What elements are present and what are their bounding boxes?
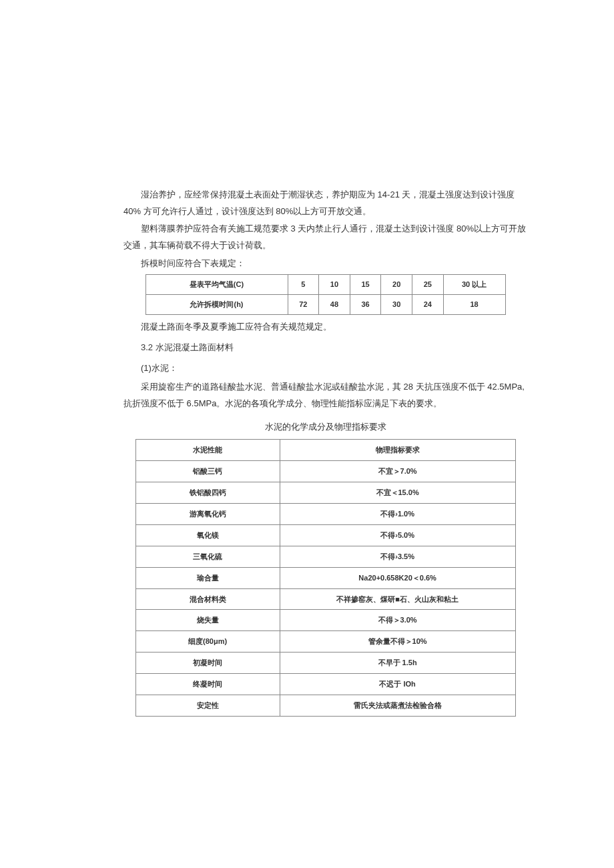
cell-req: 不祥掺窑灰、煤研■石、火山灰和粘土 [280,588,515,610]
cement-properties-table: 水泥性能 物理指标要求 铝酸三钙 不宜＞7.0% 铁铝酸四钙 不宜＜15.0% … [135,439,516,717]
cell-req: 不迟于 IOh [280,674,515,695]
cell-time-18: 18 [443,295,505,315]
cell-prop: 初凝时间 [135,653,280,674]
demold-time-table: 昼表平均气温(C) 5 10 15 20 25 30 以上 允许拆模时间(h) … [145,274,506,315]
table-row: 安定性 雷氏夹法或蒸煮法检验合格 [135,695,515,717]
cell-temp-20: 20 [381,275,412,295]
cell-time-72: 72 [288,295,319,315]
cell-prop: 铝酸三钙 [135,461,280,482]
cell-temp-25: 25 [412,275,444,295]
cement-table-caption: 水泥的化学成分及物理指标要求 [123,419,527,436]
table-row: 细度(80μm) 管余量不得＞10% [135,631,515,653]
cell-req: 雷氏夹法或蒸煮法检验合格 [280,695,515,717]
cell-prop: 烧失量 [135,610,280,631]
table-row: 允许拆模时间(h) 72 48 36 30 24 18 [145,295,505,315]
cell-prop: 混合材料类 [135,588,280,610]
cell-req: 管余量不得＞10% [280,631,515,653]
table-row: 游离氧化钙 不得›1.0% [135,504,515,525]
paragraph-wet-curing: 湿治养护，应经常保持混凝土表面处于潮湿状态，养护期应为 14-21 天，混凝土强… [123,187,527,220]
paragraph-demold-intro: 拆模时间应符合下表规定： [123,256,527,272]
cell-temp-10: 10 [319,275,350,295]
cell-prop: 终凝时间 [135,674,280,695]
cell-prop: 细度(80μm) [135,631,280,653]
table-row: 铁铝酸四钙 不宜＜15.0% [135,482,515,504]
section-3-2-title: 3.2 水泥混凝土路面材料 [123,340,527,356]
cell-req: 不宜＞7.0% [280,461,515,482]
table-row: 三氧化硫 不得›3.5% [135,546,515,567]
cell-prop: 氧化镁 [135,524,280,546]
cell-time-48: 48 [319,295,350,315]
cell-time-36: 36 [350,295,381,315]
paragraph-plastic-film: 塑料薄膜养护应符合有关施工规范要求 3 天内禁止行人通行，混凝土达到设计强度 8… [123,221,527,254]
cell-temp-15: 15 [350,275,381,295]
table-row: 铝酸三钙 不宜＞7.0% [135,461,515,482]
table-row: 水泥性能 物理指标要求 [135,440,515,461]
cell-time-24: 24 [412,295,444,315]
cell-req: 不得›5.0% [280,524,515,546]
document-page: 湿治养护，应经常保持混凝土表面处于潮湿状态，养护期应为 14-21 天，混凝土强… [0,0,614,787]
cell-temp-label: 昼表平均气温(C) [145,275,288,295]
cell-prop: 游离氧化钙 [135,504,280,525]
cell-prop: 铁铝酸四钙 [135,482,280,504]
cell-req: 不得›1.0% [280,504,515,525]
paragraph-season-note: 混凝土路面冬季及夏季施工应符合有关规范规定。 [123,319,527,336]
cell-prop: 三氧化硫 [135,546,280,567]
cell-prop: 瑜合量 [135,567,280,588]
cell-time-label: 允许拆模时间(h) [145,295,288,315]
cell-prop-header: 水泥性能 [135,440,280,461]
item-1-cement: (1)水泥： [123,360,527,377]
table-row: 初凝时间 不早于 1.5h [135,653,515,674]
cell-temp-5: 5 [288,275,319,295]
table-row: 瑜合量 Na20+0.658K20＜0.6% [135,567,515,588]
table-row: 混合材料类 不祥掺窑灰、煤研■石、火山灰和粘土 [135,588,515,610]
cell-req: 不宜＜15.0% [280,482,515,504]
cell-time-30: 30 [381,295,412,315]
table-row: 终凝时间 不迟于 IOh [135,674,515,695]
cell-req: 不早于 1.5h [280,653,515,674]
table-row: 昼表平均气温(C) 5 10 15 20 25 30 以上 [145,275,505,295]
cell-req-header: 物理指标要求 [280,440,515,461]
table-row: 烧失量 不得＞3.0% [135,610,515,631]
cell-req: 不得＞3.0% [280,610,515,631]
cell-req: Na20+0.658K20＜0.6% [280,567,515,588]
cell-prop: 安定性 [135,695,280,717]
paragraph-cement-spec: 采用旋窑生产的道路硅酸盐水泥、普通硅酸盐水泥或硅酸盐水泥，其 28 天抗压强度不… [123,379,527,412]
cell-temp-30plus: 30 以上 [443,275,505,295]
cell-req: 不得›3.5% [280,546,515,567]
table-row: 氧化镁 不得›5.0% [135,524,515,546]
